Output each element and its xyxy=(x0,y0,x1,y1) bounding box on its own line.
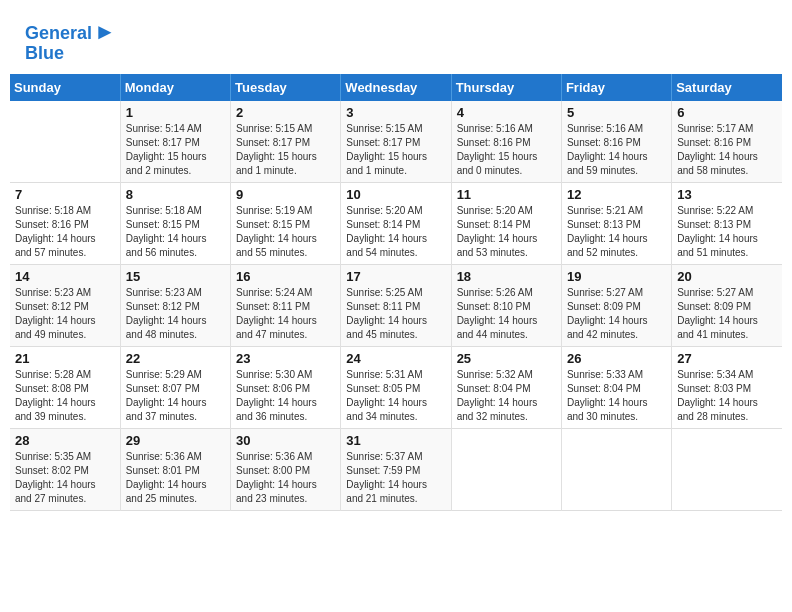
day-number: 27 xyxy=(677,351,777,366)
day-number: 19 xyxy=(567,269,666,284)
logo-blue: Blue xyxy=(25,43,64,63)
weekday-header: Tuesday xyxy=(231,74,341,101)
calendar-cell: 31Sunrise: 5:37 AM Sunset: 7:59 PM Dayli… xyxy=(341,428,451,510)
day-info: Sunrise: 5:19 AM Sunset: 8:15 PM Dayligh… xyxy=(236,204,335,260)
day-info: Sunrise: 5:24 AM Sunset: 8:11 PM Dayligh… xyxy=(236,286,335,342)
day-number: 15 xyxy=(126,269,225,284)
calendar-cell: 10Sunrise: 5:20 AM Sunset: 8:14 PM Dayli… xyxy=(341,182,451,264)
calendar-cell: 13Sunrise: 5:22 AM Sunset: 8:13 PM Dayli… xyxy=(672,182,782,264)
day-number: 28 xyxy=(15,433,115,448)
calendar-cell: 30Sunrise: 5:36 AM Sunset: 8:00 PM Dayli… xyxy=(231,428,341,510)
day-info: Sunrise: 5:36 AM Sunset: 8:01 PM Dayligh… xyxy=(126,450,225,506)
day-number: 8 xyxy=(126,187,225,202)
logo-text: General► Blue xyxy=(25,20,116,64)
logo-general: General xyxy=(25,23,92,43)
day-number: 24 xyxy=(346,351,445,366)
day-number: 22 xyxy=(126,351,225,366)
calendar-cell: 28Sunrise: 5:35 AM Sunset: 8:02 PM Dayli… xyxy=(10,428,120,510)
calendar-cell: 21Sunrise: 5:28 AM Sunset: 8:08 PM Dayli… xyxy=(10,346,120,428)
calendar-table: SundayMondayTuesdayWednesdayThursdayFrid… xyxy=(10,74,782,511)
calendar-body: 1Sunrise: 5:14 AM Sunset: 8:17 PM Daylig… xyxy=(10,101,782,511)
day-number: 21 xyxy=(15,351,115,366)
day-info: Sunrise: 5:31 AM Sunset: 8:05 PM Dayligh… xyxy=(346,368,445,424)
day-number: 26 xyxy=(567,351,666,366)
calendar-cell: 19Sunrise: 5:27 AM Sunset: 8:09 PM Dayli… xyxy=(561,264,671,346)
day-info: Sunrise: 5:37 AM Sunset: 7:59 PM Dayligh… xyxy=(346,450,445,506)
day-number: 25 xyxy=(457,351,556,366)
day-info: Sunrise: 5:18 AM Sunset: 8:15 PM Dayligh… xyxy=(126,204,225,260)
weekday-row: SundayMondayTuesdayWednesdayThursdayFrid… xyxy=(10,74,782,101)
logo: General► Blue xyxy=(25,20,116,64)
day-info: Sunrise: 5:33 AM Sunset: 8:04 PM Dayligh… xyxy=(567,368,666,424)
day-number: 20 xyxy=(677,269,777,284)
day-info: Sunrise: 5:30 AM Sunset: 8:06 PM Dayligh… xyxy=(236,368,335,424)
day-info: Sunrise: 5:32 AM Sunset: 8:04 PM Dayligh… xyxy=(457,368,556,424)
calendar-cell xyxy=(10,101,120,183)
day-info: Sunrise: 5:20 AM Sunset: 8:14 PM Dayligh… xyxy=(457,204,556,260)
weekday-header: Wednesday xyxy=(341,74,451,101)
day-info: Sunrise: 5:27 AM Sunset: 8:09 PM Dayligh… xyxy=(567,286,666,342)
calendar-cell: 7Sunrise: 5:18 AM Sunset: 8:16 PM Daylig… xyxy=(10,182,120,264)
calendar-cell: 23Sunrise: 5:30 AM Sunset: 8:06 PM Dayli… xyxy=(231,346,341,428)
calendar-cell: 9Sunrise: 5:19 AM Sunset: 8:15 PM Daylig… xyxy=(231,182,341,264)
day-info: Sunrise: 5:16 AM Sunset: 8:16 PM Dayligh… xyxy=(567,122,666,178)
calendar-cell: 25Sunrise: 5:32 AM Sunset: 8:04 PM Dayli… xyxy=(451,346,561,428)
day-number: 29 xyxy=(126,433,225,448)
day-number: 9 xyxy=(236,187,335,202)
calendar-cell xyxy=(672,428,782,510)
day-info: Sunrise: 5:23 AM Sunset: 8:12 PM Dayligh… xyxy=(15,286,115,342)
day-info: Sunrise: 5:25 AM Sunset: 8:11 PM Dayligh… xyxy=(346,286,445,342)
day-number: 23 xyxy=(236,351,335,366)
day-info: Sunrise: 5:26 AM Sunset: 8:10 PM Dayligh… xyxy=(457,286,556,342)
weekday-header: Monday xyxy=(120,74,230,101)
calendar-cell: 17Sunrise: 5:25 AM Sunset: 8:11 PM Dayli… xyxy=(341,264,451,346)
day-number: 12 xyxy=(567,187,666,202)
calendar-cell: 18Sunrise: 5:26 AM Sunset: 8:10 PM Dayli… xyxy=(451,264,561,346)
calendar-week-row: 21Sunrise: 5:28 AM Sunset: 8:08 PM Dayli… xyxy=(10,346,782,428)
calendar-cell: 6Sunrise: 5:17 AM Sunset: 8:16 PM Daylig… xyxy=(672,101,782,183)
calendar-cell: 26Sunrise: 5:33 AM Sunset: 8:04 PM Dayli… xyxy=(561,346,671,428)
day-number: 1 xyxy=(126,105,225,120)
logo-bird-icon: ► xyxy=(94,19,116,44)
day-number: 18 xyxy=(457,269,556,284)
calendar-cell: 8Sunrise: 5:18 AM Sunset: 8:15 PM Daylig… xyxy=(120,182,230,264)
day-info: Sunrise: 5:34 AM Sunset: 8:03 PM Dayligh… xyxy=(677,368,777,424)
calendar-cell: 14Sunrise: 5:23 AM Sunset: 8:12 PM Dayli… xyxy=(10,264,120,346)
day-info: Sunrise: 5:15 AM Sunset: 8:17 PM Dayligh… xyxy=(346,122,445,178)
calendar-cell: 12Sunrise: 5:21 AM Sunset: 8:13 PM Dayli… xyxy=(561,182,671,264)
day-info: Sunrise: 5:28 AM Sunset: 8:08 PM Dayligh… xyxy=(15,368,115,424)
calendar-header: SundayMondayTuesdayWednesdayThursdayFrid… xyxy=(10,74,782,101)
calendar-cell: 16Sunrise: 5:24 AM Sunset: 8:11 PM Dayli… xyxy=(231,264,341,346)
calendar-cell xyxy=(561,428,671,510)
weekday-header: Thursday xyxy=(451,74,561,101)
day-number: 5 xyxy=(567,105,666,120)
weekday-header: Saturday xyxy=(672,74,782,101)
calendar-cell xyxy=(451,428,561,510)
day-info: Sunrise: 5:17 AM Sunset: 8:16 PM Dayligh… xyxy=(677,122,777,178)
day-number: 4 xyxy=(457,105,556,120)
day-info: Sunrise: 5:27 AM Sunset: 8:09 PM Dayligh… xyxy=(677,286,777,342)
day-number: 6 xyxy=(677,105,777,120)
calendar-cell: 22Sunrise: 5:29 AM Sunset: 8:07 PM Dayli… xyxy=(120,346,230,428)
day-info: Sunrise: 5:22 AM Sunset: 8:13 PM Dayligh… xyxy=(677,204,777,260)
day-info: Sunrise: 5:15 AM Sunset: 8:17 PM Dayligh… xyxy=(236,122,335,178)
weekday-header: Friday xyxy=(561,74,671,101)
day-info: Sunrise: 5:29 AM Sunset: 8:07 PM Dayligh… xyxy=(126,368,225,424)
day-number: 2 xyxy=(236,105,335,120)
day-number: 13 xyxy=(677,187,777,202)
calendar-cell: 27Sunrise: 5:34 AM Sunset: 8:03 PM Dayli… xyxy=(672,346,782,428)
day-number: 11 xyxy=(457,187,556,202)
calendar-cell: 29Sunrise: 5:36 AM Sunset: 8:01 PM Dayli… xyxy=(120,428,230,510)
calendar-cell: 5Sunrise: 5:16 AM Sunset: 8:16 PM Daylig… xyxy=(561,101,671,183)
day-info: Sunrise: 5:16 AM Sunset: 8:16 PM Dayligh… xyxy=(457,122,556,178)
day-number: 16 xyxy=(236,269,335,284)
page-header: General► Blue xyxy=(10,10,782,69)
day-info: Sunrise: 5:14 AM Sunset: 8:17 PM Dayligh… xyxy=(126,122,225,178)
day-number: 14 xyxy=(15,269,115,284)
day-info: Sunrise: 5:21 AM Sunset: 8:13 PM Dayligh… xyxy=(567,204,666,260)
calendar-cell: 20Sunrise: 5:27 AM Sunset: 8:09 PM Dayli… xyxy=(672,264,782,346)
day-info: Sunrise: 5:20 AM Sunset: 8:14 PM Dayligh… xyxy=(346,204,445,260)
calendar-cell: 15Sunrise: 5:23 AM Sunset: 8:12 PM Dayli… xyxy=(120,264,230,346)
calendar-cell: 11Sunrise: 5:20 AM Sunset: 8:14 PM Dayli… xyxy=(451,182,561,264)
day-number: 30 xyxy=(236,433,335,448)
